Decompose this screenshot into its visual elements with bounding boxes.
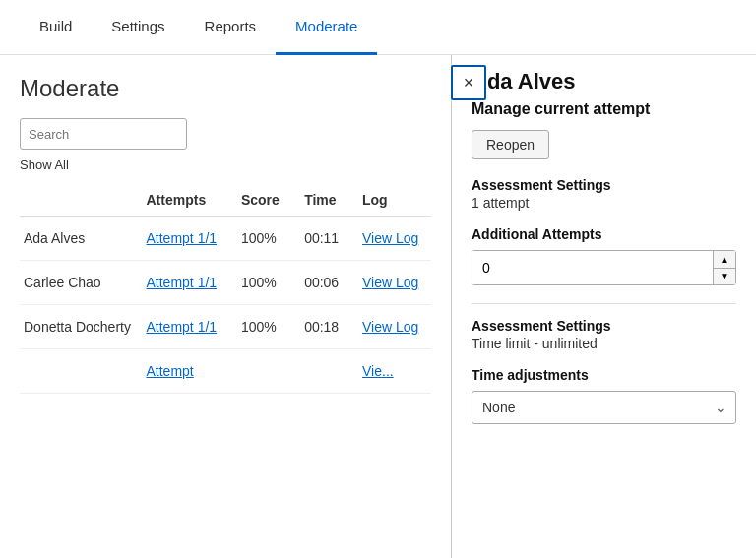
cell-score: 100% bbox=[241, 217, 304, 261]
left-panel: Moderate Show All Attempts Score Time Lo… bbox=[0, 55, 451, 558]
drawer-content: Ada Alves Manage current attempt Reopen … bbox=[452, 55, 756, 444]
cell-score bbox=[241, 349, 304, 394]
nav-reports[interactable]: Reports bbox=[185, 0, 277, 55]
drawer-student-name: Ada Alves bbox=[472, 69, 736, 94]
cell-log: View Log bbox=[362, 305, 431, 349]
view-log-link[interactable]: View Log bbox=[362, 275, 418, 290]
drawer-manage-title: Manage current attempt bbox=[472, 100, 736, 118]
col-header-score: Score bbox=[241, 184, 304, 217]
assessment-settings-2-value: Time limit - unlimited bbox=[472, 336, 736, 351]
nav-moderate[interactable]: Moderate bbox=[276, 0, 377, 55]
view-log-link[interactable]: Vie... bbox=[362, 363, 394, 379]
students-table: Attempts Score Time Log Ada Alves Attemp… bbox=[20, 184, 431, 394]
cell-student: Donetta Docherty bbox=[20, 305, 147, 349]
attempts-link[interactable]: Attempt 1/1 bbox=[147, 275, 218, 290]
table-row: Attempt Vie... bbox=[20, 349, 431, 394]
cell-log: Vie... bbox=[362, 349, 431, 394]
table-row: Ada Alves Attempt 1/1 100% 00:11 View Lo… bbox=[20, 217, 431, 261]
time-adjustments-label: Time adjustments bbox=[472, 367, 736, 383]
show-all-link[interactable]: Show All bbox=[20, 157, 431, 172]
cell-attempts: Attempt 1/1 bbox=[147, 305, 241, 349]
additional-attempts-label: Additional Attempts bbox=[472, 226, 736, 242]
cell-attempts: Attempt 1/1 bbox=[147, 217, 241, 261]
view-log-link[interactable]: View Log bbox=[362, 230, 418, 246]
assessment-settings-1-label: Assessment Settings bbox=[472, 177, 736, 193]
time-select[interactable]: None 1.5x 2x Custom bbox=[472, 391, 736, 424]
col-header-student bbox=[20, 184, 147, 217]
cell-time: 00:18 bbox=[304, 305, 362, 349]
right-drawer: × Ada Alves Manage current attempt Reope… bbox=[451, 55, 756, 558]
search-input[interactable] bbox=[20, 118, 187, 150]
assessment-settings-1-value: 1 attempt bbox=[472, 195, 736, 211]
cell-attempts: Attempt bbox=[147, 349, 241, 394]
cell-time: 00:11 bbox=[304, 217, 362, 261]
cell-log: View Log bbox=[362, 261, 431, 305]
reopen-button[interactable]: Reopen bbox=[472, 130, 549, 159]
time-select-wrap: None 1.5x 2x Custom ⌄ bbox=[472, 391, 736, 424]
nav-settings[interactable]: Settings bbox=[92, 0, 184, 55]
additional-attempts-input[interactable] bbox=[472, 251, 713, 284]
cell-score: 100% bbox=[241, 261, 304, 305]
attempts-link[interactable]: Attempt 1/1 bbox=[147, 319, 218, 335]
table-row: Carlee Chao Attempt 1/1 100% 00:06 View … bbox=[20, 261, 431, 305]
spinner-down-button[interactable]: ▼ bbox=[714, 269, 735, 285]
spinner-buttons: ▲ ▼ bbox=[713, 251, 735, 284]
cell-time bbox=[304, 349, 362, 394]
additional-attempts-spinner: ▲ ▼ bbox=[472, 250, 736, 285]
top-nav: Build Settings Reports Moderate bbox=[0, 0, 756, 55]
table-row: Donetta Docherty Attempt 1/1 100% 00:18 … bbox=[20, 305, 431, 349]
view-log-link[interactable]: View Log bbox=[362, 319, 418, 335]
page-title: Moderate bbox=[20, 75, 431, 102]
nav-build[interactable]: Build bbox=[20, 0, 92, 55]
cell-time: 00:06 bbox=[304, 261, 362, 305]
cell-attempts: Attempt 1/1 bbox=[147, 261, 241, 305]
cell-student bbox=[20, 349, 147, 394]
assessment-settings-2-label: Assessment Settings bbox=[472, 318, 736, 334]
attempts-link[interactable]: Attempt 1/1 bbox=[147, 230, 218, 246]
close-button[interactable]: × bbox=[451, 65, 486, 100]
main-content: Moderate Show All Attempts Score Time Lo… bbox=[0, 55, 756, 558]
cell-score: 100% bbox=[241, 305, 304, 349]
divider bbox=[472, 303, 736, 304]
cell-student: Ada Alves bbox=[20, 217, 147, 261]
col-header-attempts: Attempts bbox=[147, 184, 241, 217]
col-header-log: Log bbox=[362, 184, 431, 217]
col-header-time: Time bbox=[304, 184, 362, 217]
spinner-up-button[interactable]: ▲ bbox=[714, 251, 735, 269]
cell-log: View Log bbox=[362, 217, 431, 261]
attempts-link[interactable]: Attempt bbox=[147, 363, 194, 379]
table-header-row: Attempts Score Time Log bbox=[20, 184, 431, 217]
cell-student: Carlee Chao bbox=[20, 261, 147, 305]
